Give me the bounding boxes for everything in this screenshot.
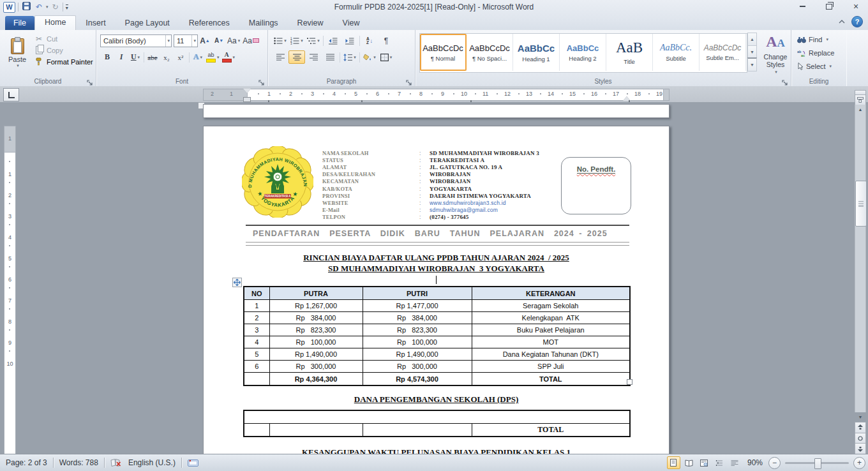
minimize-button[interactable] <box>794 1 811 11</box>
close-button[interactable]: × <box>848 1 864 11</box>
shrink-font-button[interactable]: A▼ <box>212 34 226 47</box>
draft-view-button[interactable] <box>728 456 742 469</box>
increase-indent-button[interactable] <box>341 34 358 47</box>
tab-view[interactable]: View <box>333 16 370 30</box>
cut-button[interactable]: ✂ Cut <box>32 33 95 45</box>
tab-file[interactable]: File <box>5 16 34 30</box>
align-center-button[interactable] <box>288 50 305 64</box>
styles-dialog-launcher[interactable] <box>782 77 788 84</box>
language-indicator[interactable]: English (U.S.) <box>127 454 181 471</box>
scroll-up-button[interactable]: ▲ <box>855 105 866 114</box>
format-painter-button[interactable]: Format Painter <box>32 56 95 68</box>
font-family-dropdown-arrow[interactable]: ▾ <box>165 35 171 47</box>
ruler-toggle-button[interactable] <box>855 94 866 105</box>
horizontal-ruler[interactable]: 2112345678910111213141516171819 <box>203 89 670 101</box>
justify-button[interactable] <box>322 50 338 64</box>
numbering-button[interactable]: 123 ▾ <box>288 34 305 47</box>
multilevel-list-button[interactable]: ▾ <box>305 34 322 47</box>
zoom-slider-thumb[interactable] <box>814 458 821 469</box>
grow-font-button[interactable]: A▲ <box>198 34 212 47</box>
next-page-button[interactable] <box>855 443 866 454</box>
tab-page-layout[interactable]: Page Layout <box>116 16 179 30</box>
italic-button[interactable]: I <box>114 50 128 64</box>
tab-review[interactable]: Review <box>288 16 333 30</box>
copy-button[interactable]: Copy <box>32 45 95 56</box>
font-dialog-launcher[interactable] <box>258 77 265 84</box>
school-info-row: ALAMAT:JL. GATUTKACA NO. 19 A <box>322 163 565 170</box>
change-styles-button[interactable]: AA Change Styles ▾ <box>760 33 791 76</box>
font-size-combobox[interactable]: 11 ▾ <box>174 34 198 47</box>
word-count[interactable]: Words: 788 <box>54 454 104 471</box>
left-indent-marker[interactable] <box>243 97 251 102</box>
table-move-handle[interactable] <box>232 278 242 287</box>
outline-view-button[interactable] <box>713 456 726 469</box>
align-left-button[interactable] <box>272 50 288 64</box>
bullets-button[interactable]: ▾ <box>272 34 288 47</box>
website-link[interactable]: www.sdmuhwirobrajan3.sch.id <box>430 200 506 206</box>
highlight-color-button[interactable]: ab ▾ <box>205 50 221 64</box>
font-size-dropdown-arrow[interactable]: ▾ <box>191 35 197 47</box>
tab-insert[interactable]: Insert <box>76 16 115 30</box>
decrease-indent-button[interactable] <box>325 34 341 47</box>
style-heading-1[interactable]: AaBbCc Heading 1 <box>513 34 560 71</box>
select-button[interactable]: Select ▾ <box>795 60 836 73</box>
clear-formatting-button[interactable]: Aa <box>241 34 260 47</box>
proofing-errors-button[interactable] <box>105 454 127 471</box>
zoom-slider-track[interactable] <box>785 462 849 464</box>
shading-button[interactable]: ▾ <box>361 50 378 64</box>
previous-page-button[interactable] <box>855 422 866 433</box>
styles-gallery-expand-button[interactable]: ▼ <box>747 57 757 71</box>
subscript-button[interactable]: x₂ <box>160 50 174 64</box>
line-spacing-button[interactable]: ▾ <box>341 50 358 64</box>
style-subtitle[interactable]: AaBbCc. Subtitle <box>653 34 700 71</box>
scrollbar-thumb[interactable] <box>855 181 867 227</box>
find-button[interactable]: Find ▾ <box>795 33 836 46</box>
sort-button[interactable]: AZ ↓ <box>361 34 378 47</box>
first-line-indent-marker[interactable] <box>243 89 251 93</box>
styles-scroll-up-button[interactable]: ▲ <box>747 33 757 46</box>
status-panel-icon-button[interactable] <box>182 454 204 471</box>
clipboard-dialog-launcher[interactable] <box>87 77 93 84</box>
borders-button[interactable]: ▾ <box>378 50 394 64</box>
style-normal[interactable]: AaBbCcDc ¶ Normal <box>420 34 467 71</box>
full-screen-reading-view-button[interactable] <box>682 456 696 469</box>
email-link[interactable]: sdmuhwibraga@gmail.com <box>430 207 498 213</box>
style-no-spacing[interactable]: AaBbCcDc ¶ No Spaci... <box>467 34 513 71</box>
style-title[interactable]: AaB Title <box>606 34 653 71</box>
style-subtle-emphasis[interactable]: AaBbCcDc Subtle Em... <box>700 34 746 71</box>
paste-dropdown-arrow[interactable]: ▾ <box>17 63 19 68</box>
font-family-combobox[interactable]: Calibri (Body) ▾ <box>100 34 172 47</box>
tab-home[interactable]: Home <box>34 15 76 30</box>
zoom-level[interactable]: 90% <box>744 458 767 467</box>
text-effects-button[interactable]: A▾ <box>191 50 205 64</box>
minimize-ribbon-icon[interactable] <box>839 19 845 25</box>
strikethrough-button[interactable]: abe <box>146 50 160 64</box>
show-formatting-marks-button[interactable]: ¶ <box>378 34 394 47</box>
font-color-button[interactable]: A ▾ <box>221 50 237 64</box>
vertical-ruler[interactable]: 1 12345678910 <box>4 126 16 454</box>
superscript-button[interactable]: x² <box>174 50 188 64</box>
change-case-button[interactable]: Aa▾ <box>226 34 241 47</box>
tab-stop-selector[interactable] <box>3 88 19 101</box>
bold-button[interactable]: B <box>100 50 114 64</box>
styles-scroll-down-button[interactable]: ▼ <box>747 45 757 59</box>
web-layout-view-button[interactable] <box>698 456 711 469</box>
tab-mailings[interactable]: Mailings <box>239 16 288 30</box>
zoom-out-button[interactable]: − <box>768 457 781 469</box>
style-heading-2[interactable]: AaBbCc Heading 2 <box>560 34 606 71</box>
table-resize-handle[interactable] <box>627 379 632 385</box>
scrollbar-track[interactable] <box>855 105 866 412</box>
underline-button[interactable]: U▾ <box>128 50 142 64</box>
paragraph-dialog-launcher[interactable] <box>406 77 412 84</box>
align-right-button[interactable] <box>305 50 322 64</box>
paste-button[interactable]: Paste ▾ <box>3 33 31 73</box>
zoom-in-button[interactable]: + <box>853 457 865 469</box>
print-layout-view-button[interactable] <box>667 456 680 469</box>
scroll-down-button[interactable]: ▼ <box>855 412 866 422</box>
tab-references[interactable]: References <box>179 16 239 30</box>
replace-button[interactable]: abac Replace <box>795 47 836 59</box>
restore-button[interactable] <box>821 1 837 11</box>
select-browse-object-button[interactable] <box>855 433 866 444</box>
help-button[interactable]: ? <box>851 16 863 27</box>
page-indicator[interactable]: Page: 2 of 3 <box>0 454 53 471</box>
